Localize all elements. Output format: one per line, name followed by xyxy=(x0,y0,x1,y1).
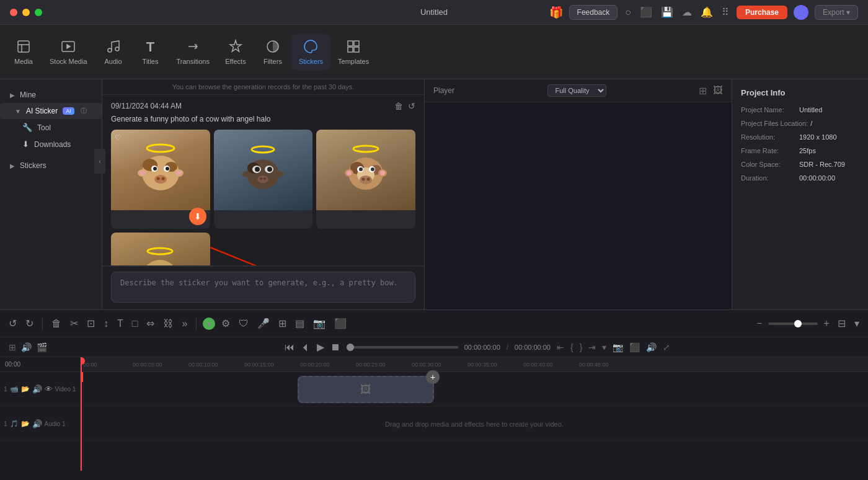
expand-button[interactable]: ▾ xyxy=(852,315,862,332)
prompt-input[interactable] xyxy=(111,272,415,303)
scissors-button[interactable]: ✂ xyxy=(68,315,81,332)
image-view-icon[interactable]: 🖼 xyxy=(713,85,723,97)
playback-controls: ⊞ 🔊 🎬 ⏮ ⏴ ▶ ⏹ 00:00:00:00 / 00:00:00:00 … xyxy=(0,337,868,357)
split-audio-button[interactable]: ↕ xyxy=(101,316,111,332)
link-button[interactable]: ⛓ xyxy=(161,316,175,332)
tool-filters[interactable]: Filters xyxy=(254,34,291,70)
info-icon[interactable]: ⓘ xyxy=(81,107,87,115)
collapse-panel-button[interactable]: ‹ xyxy=(94,149,102,174)
pip-button[interactable]: ⬛ xyxy=(332,315,349,332)
media-clip-placeholder[interactable]: + 🖼 xyxy=(298,376,434,403)
bell-icon[interactable]: 🔔 xyxy=(699,5,714,19)
refresh-icon[interactable]: ↺ xyxy=(408,101,415,111)
audio-tracks-icon[interactable]: 🔊 xyxy=(21,342,32,352)
snapshot-button[interactable]: 📷 xyxy=(613,342,623,352)
pip2-button[interactable]: ⬛ xyxy=(629,342,640,352)
tool-stock-media[interactable]: Stock Media xyxy=(42,34,95,70)
layout-button[interactable]: ⊟ xyxy=(835,315,848,332)
gift-icon[interactable]: 🎁 xyxy=(549,6,563,19)
cloud-icon[interactable]: ☁ xyxy=(681,5,693,19)
panel-item-tool[interactable]: 🔧 Tool xyxy=(0,119,102,136)
tool-templates[interactable]: Templates xyxy=(330,34,376,70)
skip-back-button[interactable]: ⏮ xyxy=(285,342,294,353)
panel-item-ai-sticker[interactable]: ▼ AI Sticker AI ⓘ xyxy=(0,103,102,119)
border-button[interactable]: □ xyxy=(130,316,141,332)
tool-stickers[interactable]: Stickers xyxy=(291,34,330,70)
mark-in-button[interactable]: { xyxy=(570,342,574,352)
flip-button[interactable]: ⇔ xyxy=(144,315,157,332)
add-media-button[interactable]: + xyxy=(426,370,440,384)
grid-icon[interactable]: ⠿ xyxy=(720,5,730,19)
panel-item-stickers[interactable]: ▶ Stickers xyxy=(0,158,102,174)
more-button[interactable]: » xyxy=(179,316,190,332)
audio-out-button[interactable]: 🔊 xyxy=(646,342,657,352)
music-icon: 🎵 xyxy=(10,420,19,428)
tool-effects[interactable]: Effects xyxy=(217,34,254,70)
mic-button[interactable]: 🎤 xyxy=(255,315,272,332)
sticker-item-2[interactable] xyxy=(214,130,313,229)
quality-select[interactable]: Full Quality Half Quality xyxy=(547,84,606,97)
crop-button[interactable]: ⊡ xyxy=(84,315,97,332)
sticker-item-4[interactable] xyxy=(111,233,210,266)
subtitles-button[interactable]: ▤ xyxy=(293,315,307,332)
camera-button[interactable]: 📷 xyxy=(311,315,328,332)
purchase-button[interactable]: Purchase xyxy=(737,6,787,19)
undo-button[interactable]: ↺ xyxy=(6,315,19,332)
avatar[interactable] xyxy=(794,5,808,20)
settings-button[interactable]: ⚙ xyxy=(219,315,232,332)
speed-button[interactable]: ▾ xyxy=(602,342,606,352)
panel-item-downloads[interactable]: ⬇ Downloads xyxy=(0,136,102,153)
tool-titles[interactable]: T Titles xyxy=(132,34,169,70)
text-overlay-button[interactable]: T xyxy=(115,316,126,332)
save-icon[interactable]: 💾 xyxy=(660,5,675,19)
scene-icon[interactable]: 🎬 xyxy=(37,342,47,352)
zoom-slider[interactable] xyxy=(768,322,818,325)
delete-icon[interactable]: 🗑 xyxy=(394,101,403,111)
tool-media-label: Media xyxy=(14,58,33,65)
mark-out-button[interactable]: } xyxy=(580,342,583,352)
clip-mode-button[interactable]: ⇥ xyxy=(588,342,596,352)
grid-tracks-icon[interactable]: ⊞ xyxy=(9,342,16,352)
maximize-button[interactable] xyxy=(35,9,42,16)
open-folder-audio-icon[interactable]: 📂 xyxy=(21,420,30,428)
message-icon[interactable]: ⬛ xyxy=(639,5,653,19)
detach-audio-button[interactable]: ⇤ xyxy=(557,342,564,352)
like-icon[interactable]: ♡ xyxy=(115,133,122,142)
fullscreen-button[interactable]: ⤢ xyxy=(663,342,670,352)
playback-slider[interactable] xyxy=(347,346,458,349)
chevron-right-icon: ▶ xyxy=(10,92,15,99)
panel-item-mine[interactable]: ▶ Mine xyxy=(0,87,102,103)
audio-1-label: Audio 1 xyxy=(45,420,66,427)
export-button[interactable]: Export ▾ xyxy=(815,5,858,20)
zoom-out-button[interactable]: － xyxy=(755,317,764,330)
close-button[interactable] xyxy=(10,9,17,16)
stop-button[interactable]: ⏹ xyxy=(330,342,340,353)
grid-view-icon[interactable]: ⊞ xyxy=(699,85,707,97)
redo-button[interactable]: ↻ xyxy=(23,315,36,332)
layers-button[interactable]: ⊞ xyxy=(276,315,289,332)
zoom-thumb[interactable] xyxy=(794,320,802,327)
feedback-button[interactable]: Feedback xyxy=(569,5,618,20)
play-button[interactable]: ▶ xyxy=(317,341,324,353)
tool-audio[interactable]: Audio xyxy=(95,34,132,70)
tool-media[interactable]: Media xyxy=(5,34,42,70)
audio-mute-icon[interactable]: 🔊 xyxy=(32,419,42,429)
sticker-item-3[interactable] xyxy=(316,130,415,229)
playback-thumb[interactable] xyxy=(347,344,354,351)
zoom-in-button[interactable]: ＋ xyxy=(822,317,831,330)
frame-back-button[interactable]: ⏴ xyxy=(301,342,311,353)
stock-media-icon xyxy=(61,39,76,55)
sticker-item-1[interactable]: ♡ xyxy=(111,130,210,229)
trash-button[interactable]: 🗑 xyxy=(49,316,64,332)
download-button-1[interactable]: ⬇ xyxy=(189,208,206,225)
circle-icon[interactable]: ○ xyxy=(624,6,632,19)
record-button[interactable]: ● xyxy=(203,318,215,330)
shield-button[interactable]: 🛡 xyxy=(236,316,251,332)
minimize-button[interactable] xyxy=(22,9,30,16)
open-folder-icon[interactable]: 📂 xyxy=(21,385,30,393)
tool-transitions[interactable]: Transitions xyxy=(169,34,217,70)
audio-track-icon-2[interactable]: 🔊 xyxy=(32,384,42,394)
eye-icon[interactable]: 👁 xyxy=(45,384,53,394)
tool-transitions-label: Transitions xyxy=(177,58,210,65)
tool-templates-label: Templates xyxy=(338,58,369,65)
